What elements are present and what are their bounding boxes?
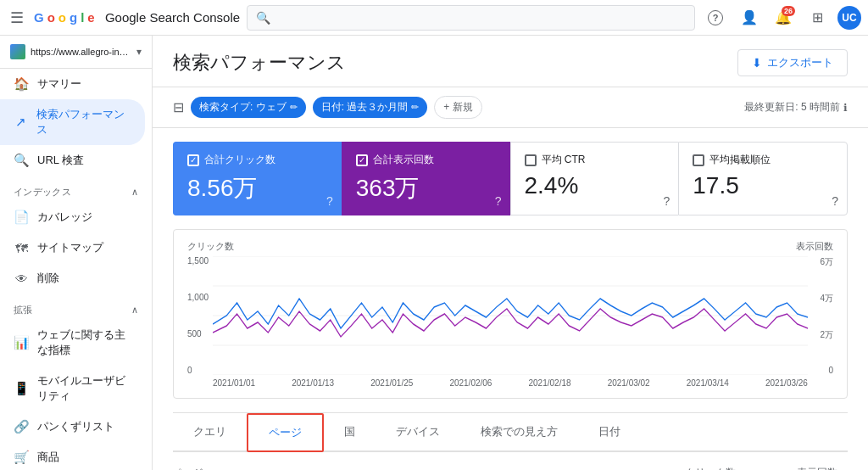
property-selector[interactable]: https://www.allegro-inc.com/ ▾ [0, 36, 152, 69]
table-col-impressions-header: 表示回数 [736, 466, 837, 470]
content-header: 検索パフォーマンス ⬇ エクスポート [153, 36, 868, 87]
main-layout: https://www.allegro-inc.com/ ▾ 🏠 サマリー ↗ … [0, 36, 868, 470]
sidebar-item-products[interactable]: 🛒 商品 [0, 442, 145, 470]
metric-card-clicks[interactable]: 合計クリック数 8.56万 ? [173, 142, 342, 215]
sidebar-item-search-performance[interactable]: ↗ 検索パフォーマンス [0, 99, 145, 145]
cart-icon: 🛒 [14, 450, 29, 465]
x-label: 2021/01/01 [213, 378, 255, 388]
tab-devices[interactable]: デバイス [376, 413, 460, 450]
sidebar-section-index[interactable]: インデックス ∧ [0, 176, 152, 202]
export-button[interactable]: ⬇ エクスポート [737, 49, 848, 76]
metric-value-clicks: 8.56万 [187, 172, 328, 204]
info-icon-position[interactable]: ? [832, 194, 838, 208]
metric-checkbox-position[interactable] [693, 154, 704, 166]
metric-checkbox-impressions[interactable] [356, 154, 368, 166]
sidebar-item-label: サイトマップ [37, 240, 103, 255]
metric-value-impressions: 363万 [356, 172, 497, 204]
filter-bar: ⊟ 検索タイプ: ウェブ ✏ 日付: 過去３か月間 ✏ + 新規 最終更新日: … [153, 87, 868, 128]
sidebar-item-label: パンくずリスト [37, 419, 114, 434]
x-axis: 2021/01/01 2021/01/13 2021/01/25 2021/02… [187, 378, 833, 388]
chart-icon: 📊 [14, 335, 29, 350]
filter-icon[interactable]: ⊟ [173, 99, 184, 115]
metric-card-position[interactable]: 平均掲載順位 17.5 ? [678, 142, 848, 215]
search-icon: 🔍 [14, 153, 29, 168]
info-icon[interactable]: ℹ [843, 102, 848, 114]
main-content: 検索パフォーマンス ⬇ エクスポート ⊟ 検索タイプ: ウェブ ✏ 日付: 過去… [153, 36, 868, 470]
last-updated: 最終更新日: 5 時間前 ℹ [744, 100, 848, 115]
user-avatar[interactable]: UC [837, 6, 861, 30]
sidebar-item-label: サマリー [37, 76, 81, 92]
info-icon-clicks[interactable]: ? [326, 194, 333, 208]
x-label: 2021/02/06 [449, 378, 492, 388]
apps-icon: ⊞ [812, 9, 823, 25]
metric-value-ctr: 2.4% [525, 172, 665, 199]
x-label: 2021/03/14 [687, 378, 729, 388]
chip-label: 日付: 過去３か月間 [321, 100, 409, 115]
metric-label-clicks: 合計クリック数 [204, 153, 275, 167]
search-input[interactable] [277, 12, 686, 24]
x-label: 2021/03/02 [608, 378, 650, 388]
info-icon-ctr[interactable]: ? [663, 194, 670, 208]
sidebar-item-web-vitals[interactable]: 📊 ウェブに関する主な指標 [0, 320, 145, 366]
sidebar-item-breadcrumbs[interactable]: 🔗 パンくずリスト [0, 411, 145, 442]
link-icon: 🔗 [14, 419, 29, 434]
table-section: ページ ↓ クリック数 表示回数 ⊟ [173, 452, 848, 470]
sidebar-item-removals[interactable]: 👁 削除 [0, 263, 145, 294]
metric-label-ctr: 平均 CTR [542, 153, 586, 167]
account-button[interactable]: 👤 [736, 4, 763, 31]
sidebar-item-url-inspection[interactable]: 🔍 URL 検査 [0, 145, 145, 176]
topbar-actions: ? 👤 🔔 26 ⊞ UC [702, 4, 861, 31]
sidebar-item-sitemaps[interactable]: 🗺 サイトマップ [0, 232, 145, 263]
sidebar-item-label: モバイルユーザビリティ [37, 373, 131, 404]
app-name-label: Google Search Console [105, 10, 240, 25]
filter-chip-search-type[interactable]: 検索タイプ: ウェブ ✏ [191, 97, 306, 118]
tabs-row: クエリ ページ 国 デバイス 検索での見え方 日付 [173, 413, 848, 452]
chevron-down-icon: ▾ [136, 46, 142, 58]
search-bar[interactable]: 🔍 [247, 5, 695, 31]
sidebar-item-mobile-usability[interactable]: 📱 モバイルユーザビリティ [0, 366, 145, 411]
x-label: 2021/01/25 [370, 378, 413, 388]
tab-search-appearance[interactable]: 検索での見え方 [460, 413, 578, 450]
metric-value-position: 17.5 [693, 172, 833, 199]
sidebar-section-enhancements[interactable]: 拡張 ∧ [0, 294, 152, 320]
section-label: 拡張 [14, 304, 33, 316]
chart-area: クリック数 表示回数 1,500 1,000 500 0 6万 4万 2万 0 [173, 229, 848, 399]
topbar: ☰ Google Google Search Console 🔍 ? 👤 🔔 2… [0, 0, 868, 36]
metric-checkbox-clicks[interactable] [187, 154, 199, 166]
tab-dates[interactable]: 日付 [578, 413, 641, 450]
info-icon-impressions[interactable]: ? [495, 194, 502, 208]
help-icon: ? [708, 10, 723, 25]
apps-button[interactable]: ⊞ [804, 4, 831, 31]
chart-container: 1,500 1,000 500 0 6万 4万 2万 0 [187, 256, 833, 375]
tab-countries[interactable]: 国 [324, 413, 376, 450]
sidebar-item-summary[interactable]: 🏠 サマリー [0, 69, 145, 99]
mobile-icon: 📱 [14, 381, 29, 396]
search-icon: 🔍 [256, 11, 270, 25]
metric-card-impressions[interactable]: 合計表示回数 363万 ? [342, 142, 510, 215]
tab-pages[interactable]: ページ [247, 413, 324, 452]
metric-card-ctr[interactable]: 平均 CTR 2.4% ? [510, 142, 679, 215]
sidebar-item-coverage[interactable]: 📄 カバレッジ [0, 202, 145, 232]
chart-svg [187, 256, 833, 375]
metric-label-position: 平均掲載順位 [709, 153, 771, 167]
menu-icon[interactable]: ☰ [7, 5, 27, 31]
chevron-up-icon: ∧ [131, 305, 138, 316]
section-label: インデックス [14, 186, 71, 199]
sidebar-item-label: 検索パフォーマンス [36, 107, 131, 137]
table-filter-icon[interactable]: ⊟ [837, 467, 848, 471]
new-filter-button[interactable]: + 新規 [434, 96, 481, 119]
metric-checkbox-ctr[interactable] [525, 154, 537, 166]
sidebar: https://www.allegro-inc.com/ ▾ 🏠 サマリー ↗ … [0, 36, 153, 470]
home-icon: 🏠 [14, 76, 29, 92]
filter-chip-date[interactable]: 日付: 過去３か月間 ✏ [313, 97, 428, 118]
chart-y-label-right: 表示回数 [796, 240, 833, 253]
sidebar-item-label: 削除 [37, 271, 59, 286]
eye-icon: 👁 [14, 271, 29, 286]
page-title: 検索パフォーマンス [173, 50, 346, 76]
edit-icon: ✏ [290, 102, 298, 113]
sidebar-item-label: URL 検査 [37, 153, 84, 168]
notifications-button[interactable]: 🔔 26 [770, 4, 797, 31]
chart-y-label-left: クリック数 [187, 240, 234, 253]
tab-queries[interactable]: クエリ [173, 413, 247, 450]
help-button[interactable]: ? [702, 4, 729, 31]
